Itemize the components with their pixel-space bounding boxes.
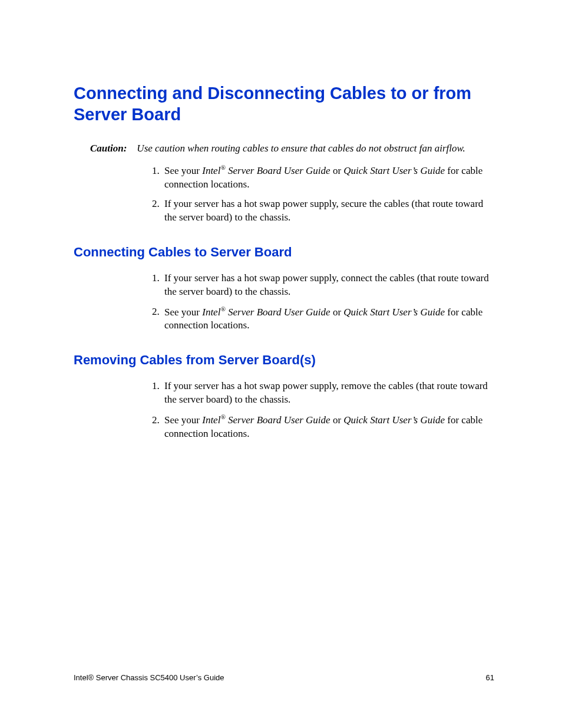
footer-title: Intel® Server Chassis SC5400 User’s Guid… [74,673,224,682]
guide-name: Server Board User Guide [226,306,330,317]
text-frag: See your [164,306,202,317]
intro-list-item-1: See your Intel® Server Board User Guide … [162,163,494,192]
intro-list-item-2: If your server has a hot swap power supp… [162,197,494,225]
guide-name: Quick Start User’s Guide [343,165,445,176]
registered-mark: ® [220,413,225,420]
connect-list: If your server has a hot swap power supp… [144,272,494,332]
remove-list-item-2: See your Intel® Server Board User Guide … [162,413,494,441]
text-frag: See your [164,165,202,176]
intro-list: See your Intel® Server Board User Guide … [144,163,494,224]
caution-text: Use caution when routing cables to ensur… [137,143,465,154]
page: Connecting and Disconnecting Cables to o… [0,0,562,728]
text-frag: See your [164,414,202,426]
remove-list: If your server has a hot swap power supp… [144,380,494,440]
brand-name: Intel [202,414,220,426]
page-title: Connecting and Disconnecting Cables to o… [74,83,494,126]
text-frag: or [330,414,344,426]
page-number: 61 [486,673,494,682]
text-frag: or [330,165,344,176]
brand-name: Intel [202,165,220,176]
caution-block: Caution: Use caution when routing cables… [90,142,494,156]
caution-spacer [130,143,135,154]
caution-label: Caution: [90,143,127,154]
connect-list-item-1: If your server has a hot swap power supp… [162,272,494,299]
brand-name: Intel [202,306,220,317]
connect-list-item-2: See your Intel® Server Board User Guide … [162,305,494,333]
registered-mark: ® [220,164,225,171]
guide-name: Server Board User Guide [226,165,330,176]
guide-name: Quick Start User’s Guide [343,414,445,426]
section-heading-connect: Connecting Cables to Server Board [74,245,494,260]
text-frag: or [330,306,344,317]
page-footer: Intel® Server Chassis SC5400 User’s Guid… [74,673,494,682]
guide-name: Quick Start User’s Guide [343,306,445,317]
section-heading-remove: Removing Cables from Server Board(s) [74,353,494,368]
remove-list-item-1: If your server has a hot swap power supp… [162,380,494,407]
registered-mark: ® [220,305,225,312]
guide-name: Server Board User Guide [226,414,330,426]
